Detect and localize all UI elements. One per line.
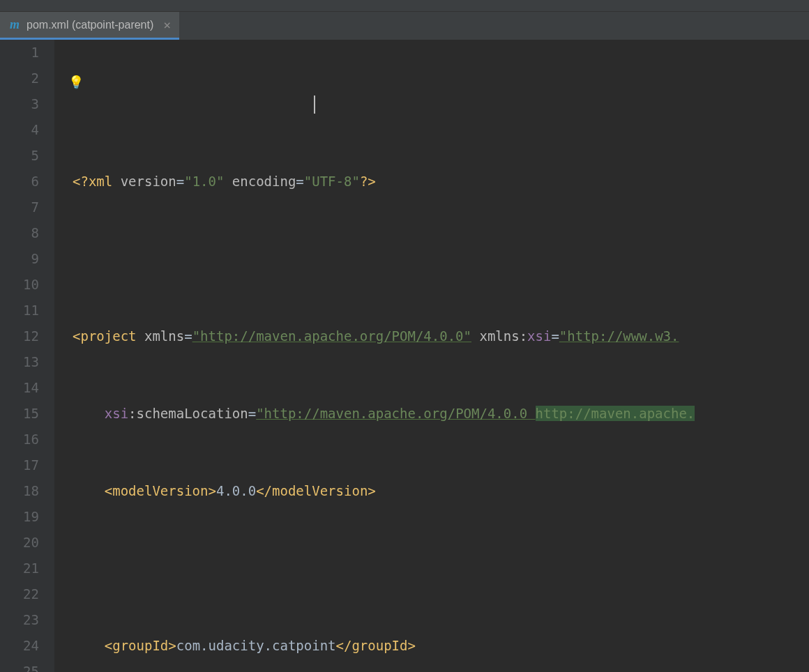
maven-file-icon: m bbox=[8, 19, 21, 31]
line-number: 5 bbox=[0, 143, 39, 169]
code-editor[interactable]: 1 2 3 4 5 6 7 8 9 10 11 12 13 14 15 16 1… bbox=[0, 40, 809, 672]
code-line bbox=[73, 246, 809, 272]
tab-label: pom.xml (catpoint-parent) bbox=[27, 19, 153, 31]
line-number: 6 bbox=[0, 169, 39, 194]
editor-tabs: m pom.xml (catpoint-parent) × bbox=[0, 12, 809, 40]
toolbar-spacer bbox=[0, 0, 809, 12]
code-line: <project xmlns="http://maven.apache.org/… bbox=[73, 323, 809, 349]
line-number: 19 bbox=[0, 504, 39, 530]
code-line bbox=[73, 556, 809, 581]
line-number: 8 bbox=[0, 220, 39, 246]
line-number: 9 bbox=[0, 246, 39, 272]
line-number: 12 bbox=[0, 323, 39, 349]
line-number: 4 bbox=[0, 117, 39, 143]
line-number: 16 bbox=[0, 427, 39, 452]
line-number: 15 bbox=[0, 401, 39, 427]
line-number: 11 bbox=[0, 298, 39, 323]
line-number: 22 bbox=[0, 581, 39, 607]
line-number: 13 bbox=[0, 349, 39, 375]
line-number: 14 bbox=[0, 375, 39, 401]
tab-pom-xml[interactable]: m pom.xml (catpoint-parent) × bbox=[0, 12, 179, 40]
line-number: 7 bbox=[0, 194, 39, 220]
code-line: <modelVersion>4.0.0</modelVersion> bbox=[73, 478, 809, 504]
code-area[interactable]: 💡 <?xml version="1.0" encoding="UTF-8"?>… bbox=[54, 40, 809, 672]
line-number: 25 bbox=[0, 659, 39, 672]
code-line: <groupId>com.udacity.catpoint</groupId> bbox=[73, 633, 809, 659]
line-number: 2 bbox=[0, 66, 39, 91]
line-number: 10 bbox=[0, 272, 39, 298]
line-number: 17 bbox=[0, 452, 39, 478]
code-line: xsi:schemaLocation="http://maven.apache.… bbox=[73, 401, 809, 427]
line-number: 20 bbox=[0, 530, 39, 556]
intention-bulb-icon[interactable]: 💡 bbox=[68, 69, 84, 95]
line-number: 18 bbox=[0, 478, 39, 504]
line-number: 3 bbox=[0, 91, 39, 117]
line-number: 24 bbox=[0, 633, 39, 659]
code-line: <?xml version="1.0" encoding="UTF-8"?> bbox=[73, 169, 809, 194]
text-caret bbox=[314, 96, 315, 114]
line-number: 23 bbox=[0, 607, 39, 633]
line-number: 21 bbox=[0, 556, 39, 581]
line-number: 1 bbox=[0, 40, 39, 66]
close-icon[interactable]: × bbox=[163, 17, 171, 32]
gutter: 1 2 3 4 5 6 7 8 9 10 11 12 13 14 15 16 1… bbox=[0, 40, 54, 672]
